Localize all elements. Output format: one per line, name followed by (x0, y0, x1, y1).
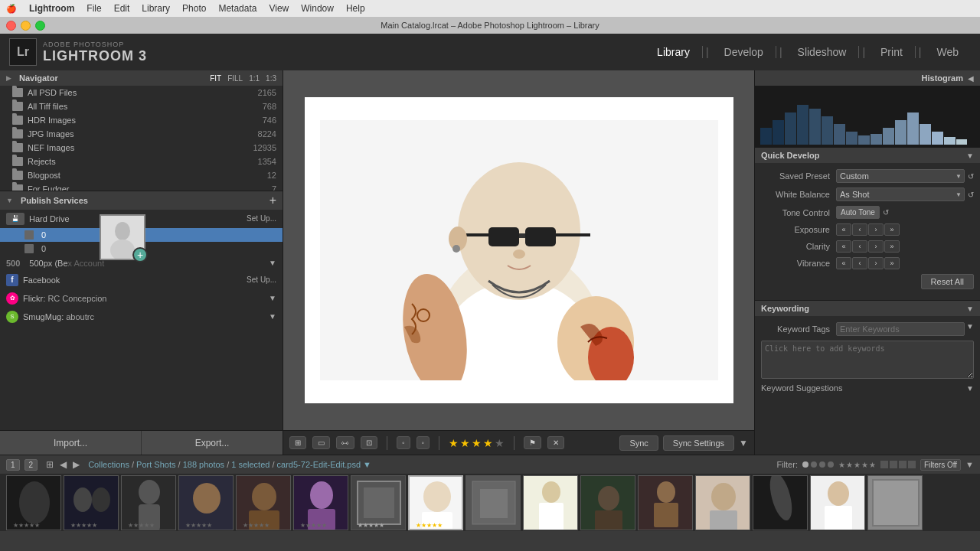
folder-jpg[interactable]: JPG Images 8224 (0, 127, 283, 141)
star-2[interactable]: ★ (460, 437, 470, 449)
keyword-text-area[interactable] (761, 341, 974, 379)
filter-star-2[interactable]: ★ (846, 461, 853, 469)
crumb-collections[interactable]: Collections (88, 460, 129, 469)
crumb-filename[interactable]: card5-72-Edit-Edit.psd (277, 460, 361, 469)
film-thumb-16[interactable] (867, 475, 923, 530)
clarity-decrease[interactable]: ‹ (852, 240, 867, 253)
filter-dot-2[interactable] (811, 461, 817, 468)
film-thumb-7[interactable]: ★★★★★ (351, 475, 406, 530)
setup-button[interactable]: Set Up... (247, 214, 276, 223)
minimize-button[interactable] (21, 21, 31, 31)
filter-dot-4[interactable] (828, 461, 834, 468)
survey-view-button[interactable]: ⊡ (361, 436, 377, 449)
service-flickr[interactable]: ✿ Flickr: RC Concepcion ▼ (0, 289, 283, 308)
exposure-dbl-increase[interactable]: » (884, 223, 900, 236)
filter-star-4[interactable]: ★ (861, 461, 868, 469)
nav-develop[interactable]: Develop (712, 46, 776, 58)
crumb-port-shots[interactable]: Port Shots (136, 460, 175, 469)
filter-star-1[interactable]: ★ (838, 461, 845, 469)
vibrance-dbl-increase[interactable]: » (884, 257, 900, 269)
import-button[interactable]: Import... (0, 431, 142, 455)
keyword-tags-input[interactable] (836, 322, 965, 336)
folder-hdr[interactable]: HDR Images 746 (0, 113, 283, 127)
next-button[interactable]: ◦ (416, 436, 430, 449)
reset-all-button[interactable]: Reset All (921, 274, 974, 289)
star-1[interactable]: ★ (449, 437, 459, 449)
quick-develop-header[interactable]: Quick Develop ▼ (755, 148, 980, 163)
breadcrumb-dropdown-icon[interactable]: ▼ (363, 460, 371, 469)
nav-1to3[interactable]: 1:3 (266, 74, 276, 83)
star-5[interactable]: ★ (495, 437, 505, 449)
nav-print[interactable]: Print (868, 46, 916, 58)
wb-reset-icon[interactable]: ↺ (968, 191, 974, 199)
nav-web[interactable]: Web (924, 46, 971, 58)
page-1-button[interactable]: 1 (6, 459, 20, 471)
film-thumb-6[interactable]: ★★★★★ (293, 475, 348, 530)
keywording-header[interactable]: Keywording ▼ (755, 300, 980, 316)
app-name-menu[interactable]: Lightroom (29, 3, 74, 14)
clarity-dbl-increase[interactable]: » (884, 240, 900, 253)
folder-all-psd[interactable]: All PSD Files 2165 (0, 86, 283, 99)
nav-fit[interactable]: FIT (210, 74, 221, 83)
star-4[interactable]: ★ (483, 437, 493, 449)
clarity-dbl-decrease[interactable]: « (836, 240, 851, 253)
filter-flag-1[interactable] (880, 461, 888, 468)
nav-fill[interactable]: FILL (227, 74, 243, 83)
grid-icon[interactable]: ⊞ (44, 459, 56, 470)
film-thumb-8[interactable]: ★★★★★ (408, 475, 463, 530)
preset-reset-icon[interactable]: ↺ (968, 172, 974, 181)
vibrance-decrease[interactable]: ‹ (852, 257, 867, 269)
loupe-view-button[interactable]: ▭ (312, 436, 330, 449)
filter-flag-4[interactable] (908, 461, 916, 468)
film-thumb-5[interactable]: ★★★★★ (236, 475, 291, 530)
clarity-increase[interactable]: › (868, 240, 884, 253)
exposure-decrease[interactable]: ‹ (852, 223, 867, 236)
menu-help[interactable]: Help (346, 3, 365, 14)
flag-button[interactable]: ⚑ (524, 436, 541, 449)
compare-view-button[interactable]: ⧟ (336, 436, 354, 449)
film-thumb-12[interactable] (638, 475, 693, 530)
filter-dot-1[interactable] (802, 461, 808, 468)
reject-button[interactable]: ✕ (547, 436, 564, 449)
folder-nef[interactable]: NEF Images 12935 (0, 141, 283, 155)
film-thumb-15[interactable] (810, 475, 865, 530)
grid-view-button[interactable]: ⊞ (289, 436, 306, 449)
add-service-button[interactable]: + (270, 194, 276, 207)
service-facebook[interactable]: f Facebook Set Up... (0, 271, 283, 289)
auto-tone-button[interactable]: Auto Tone (836, 206, 880, 219)
menu-photo[interactable]: Photo (182, 3, 206, 14)
folder-for-fudger[interactable]: For Fudger 7 (0, 182, 283, 191)
facebook-setup-button[interactable]: Set Up... (247, 276, 276, 284)
film-thumb-3[interactable]: ★★★★★ (121, 475, 176, 530)
page-2-button[interactable]: 2 (24, 459, 38, 471)
nav-1to1[interactable]: 1:1 (249, 74, 260, 83)
apple-menu[interactable]: 🍎 (6, 4, 17, 14)
folder-blogpost[interactable]: Blogpost 12 (0, 168, 283, 182)
prev-button[interactable]: ◦ (397, 436, 410, 449)
filter-star-3[interactable]: ★ (854, 461, 861, 469)
service-smugmug[interactable]: S SmugMug: aboutrc ▼ (0, 308, 283, 326)
export-button[interactable]: Export... (142, 431, 283, 455)
star-3[interactable]: ★ (472, 437, 482, 449)
navigator-header[interactable]: ▶ Navigator FIT FILL 1:1 1:3 (0, 70, 283, 86)
film-thumb-4[interactable]: ★★★★★ (178, 475, 234, 530)
filter-mode-icon[interactable]: ▼ (965, 460, 974, 469)
exposure-dbl-decrease[interactable]: « (836, 223, 851, 236)
film-thumb-2[interactable]: ★★★★★ (64, 475, 119, 530)
menu-view[interactable]: View (269, 3, 289, 14)
filter-star-5[interactable]: ★ (869, 461, 876, 469)
film-thumb-10[interactable] (523, 475, 578, 530)
menu-metadata[interactable]: Metadata (218, 3, 256, 14)
rating-stars[interactable]: ★ ★ ★ ★ ★ (449, 437, 505, 449)
prev-nav-button[interactable]: ◀ (57, 459, 69, 470)
sync-button[interactable]: Sync (619, 435, 658, 451)
publish-header[interactable]: ▼ Publish Services + (0, 191, 283, 210)
menu-window[interactable]: Window (301, 3, 334, 14)
close-button[interactable] (6, 21, 16, 31)
film-thumb-13[interactable] (695, 475, 750, 530)
film-thumb-11[interactable] (580, 475, 635, 530)
next-nav-button[interactable]: ▶ (70, 459, 82, 470)
filter-flag-3[interactable] (899, 461, 906, 468)
vibrance-dbl-decrease[interactable]: « (836, 257, 851, 269)
menu-file[interactable]: File (87, 3, 101, 14)
